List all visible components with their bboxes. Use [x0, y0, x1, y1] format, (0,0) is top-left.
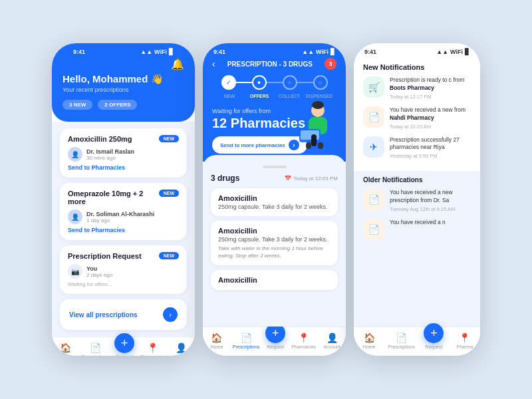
rx-time-2: 1 day ago — [86, 217, 154, 223]
notif-icon-1: 🛒 — [363, 76, 384, 98]
rx-card-2-header: Omeprazole 10mg + 2 more NEW — [68, 190, 179, 205]
bottom-nav-1: 🏠 Home 📄 Prescriptions + Request 📍 Pharm… — [52, 336, 195, 356]
status-icons-3: ▲▲ WiFi ▊ — [436, 49, 469, 55]
new-notifications-title: New Notifications — [363, 61, 471, 71]
prescriptions-icon-1: 📄 — [90, 342, 101, 353]
nav-prescriptions-1[interactable]: 📄 Prescriptions — [82, 342, 108, 356]
rx-card-2[interactable]: Omeprazole 10mg + 2 more NEW 👤 Dr. Solim… — [60, 183, 187, 240]
nav-prescriptions-label-1: Prescriptions — [82, 354, 108, 356]
nav-pharma-3[interactable]: 📍 Pharma — [453, 332, 477, 349]
rx-card-3[interactable]: Prescription Request NEW 📷 You 2 days ag… — [60, 245, 187, 294]
notif-item-old-1[interactable]: 📄 You have received a new prescription f… — [363, 189, 471, 212]
phone-main: 9:41 ▲▲ WiFi ▊ 🔔 Hello, Mohammed 👋 Your … — [52, 43, 195, 356]
back-button[interactable]: ‹ — [212, 59, 215, 69]
avatar-3: 📷 — [68, 264, 82, 279]
step-label-collect: COLLECT — [275, 94, 304, 98]
view-all-button[interactable]: View all prescriptions › — [60, 299, 187, 330]
drug-name-1: Amoxicillin — [218, 194, 331, 202]
time-3: 9:41 — [364, 49, 376, 55]
home-icon-2: 🏠 — [211, 332, 222, 343]
wifi-icon-2: WiFi — [316, 49, 329, 55]
notif-text-2: You have received a new from Nahdi Pharm… — [390, 106, 471, 122]
step-label-new: NEW — [215, 94, 244, 98]
bell-icon: 🔔 — [171, 59, 184, 70]
step-line-1 — [236, 82, 252, 83]
nav-home-1[interactable]: 🏠 Home — [54, 342, 78, 356]
signal-icon: ▲▲ — [140, 49, 152, 55]
nav-prescriptions-label-2: Prescriptions — [233, 344, 259, 349]
nav-prescriptions-3[interactable]: 📄 Prescriptions — [388, 332, 415, 349]
notif-icon-2: 📄 — [363, 106, 384, 128]
notif-time-2: Today at 10:23 AM — [390, 124, 471, 130]
drug-card-2[interactable]: Amoxicillin 250mg capsule. Take 3 daily … — [211, 221, 338, 265]
notif-time-1: Today at 12:17 PM — [390, 94, 471, 100]
nav-home-label-2: Home — [211, 344, 223, 349]
notif-text-3: Prescription successfully 27 pharmacies … — [390, 136, 471, 152]
notif-item-3[interactable]: ✈ Prescription successfully 27 pharmacie… — [363, 136, 471, 160]
notif-icon-3: ✈ — [363, 136, 384, 158]
notif-icon-old-2: 📄 — [363, 219, 384, 240]
rx-badge-3: NEW — [159, 252, 179, 259]
nav-request-2[interactable]: + Request — [263, 332, 287, 349]
phone-right: 9:41 ▲▲ WiFi ▊ New Notifications 🛒 Presc… — [354, 43, 480, 356]
battery-icon-3: ▊ — [465, 49, 469, 55]
bottom-nav-2: 🏠 Home 📄 Prescriptions + Request 📍 Pharm… — [203, 327, 346, 356]
svg-point-1 — [312, 101, 324, 109]
nav-home-3[interactable]: 🏠 Home — [357, 332, 381, 349]
status-bar-3: 9:41 ▲▲ WiFi ▊ — [354, 43, 480, 58]
nav-prescriptions-2[interactable]: 📄 Prescriptions — [233, 332, 259, 349]
nav-pharmacies-label-2: Pharmacies — [291, 344, 316, 349]
svg-rect-5 — [311, 134, 317, 146]
nav-account-1[interactable]: 👤 Account — [169, 342, 193, 356]
bell-button[interactable]: 🔔 — [63, 58, 184, 70]
notif-text-1: Prescription is ready to c from Boots Ph… — [390, 76, 471, 92]
fab-button-1[interactable]: + — [114, 333, 134, 353]
notif-content-3: Prescription successfully 27 pharmacies … — [390, 136, 471, 160]
older-notifications-title: Older Notifications — [354, 176, 480, 184]
nav-request-1[interactable]: + Request — [112, 342, 136, 356]
person-illustration — [293, 101, 339, 158]
nav-pharma-label-3: Pharma — [457, 344, 473, 349]
notif-item-old-2[interactable]: 📄 You have received a n — [363, 219, 471, 240]
fab-button-3[interactable]: + — [424, 323, 444, 343]
waiting-text-1: Waiting for offers... — [68, 281, 179, 287]
battery-icon-2: ▊ — [331, 49, 335, 55]
nav-request-label-2: Request — [267, 344, 284, 349]
notif-item-2[interactable]: 📄 You have received a new from Nahdi Pha… — [363, 106, 471, 130]
notif-item-1[interactable]: 🛒 Prescription is ready to c from Boots … — [363, 76, 471, 100]
drugs-time: 📅 Today at 12:03 PM — [285, 176, 338, 182]
rx-title-1: Amoxicillin 250mg — [68, 135, 132, 143]
rx-card-1[interactable]: Amoxicillin 250mg NEW 👤 Dr. Ismail Rasla… — [60, 128, 187, 178]
nav-request-label-3: Request — [425, 344, 442, 349]
drug-card-1[interactable]: Amoxicillin 250mg capsule. Take 3 daily … — [211, 188, 338, 216]
send-pharmacies-2[interactable]: Send to Pharmacies — [68, 227, 179, 233]
drug-name-2: Amoxicillin — [218, 227, 331, 235]
rx-card-1-header: Amoxicillin 250mg NEW — [68, 135, 179, 143]
nav-pharmacies-2[interactable]: 📍 Pharmacies — [291, 332, 316, 349]
nav-account-2[interactable]: 👤 Account — [320, 332, 344, 349]
rx-title-2: Omeprazole 10mg + 2 more — [68, 190, 159, 205]
send-pharmacies-1[interactable]: Send to Pharmacies — [68, 164, 179, 171]
time-1: 9:41 — [73, 49, 85, 55]
rx-card-3-header: Prescription Request NEW — [68, 252, 179, 260]
drug-card-3[interactable]: Amoxicillin — [211, 270, 338, 290]
rx-doctor-2: 👤 Dr. Soliman Al-Kharashi 1 day ago — [68, 209, 179, 224]
step-line-3 — [297, 82, 313, 83]
step-label-dispensed: DISPENSED — [305, 94, 334, 98]
nav-request-3[interactable]: + Request — [422, 332, 446, 349]
rx-docname-2: Dr. Soliman Al-Kharashi — [86, 211, 154, 217]
status-icons-1: ▲▲ WiFi ▊ — [140, 49, 174, 55]
notification-badge: 3 — [325, 58, 336, 70]
nav-prescriptions-label-3: Prescriptions — [388, 344, 415, 349]
account-icon-1: 👤 — [176, 342, 187, 353]
signal-icon-2: ▲▲ — [302, 49, 314, 55]
step-new: ✓ — [221, 75, 236, 90]
nav-pharmacies-1[interactable]: 📍 Pharmacies — [140, 342, 165, 356]
rx-docname-3: You — [86, 265, 112, 272]
phone2-body: 3 drugs 📅 Today at 12:03 PM Amoxicillin … — [203, 155, 346, 327]
drug-name-3: Amoxicillin — [218, 276, 331, 284]
svg-rect-7 — [318, 142, 323, 149]
nav-home-2[interactable]: 🏠 Home — [205, 332, 229, 349]
view-all-label: View all prescriptions — [69, 311, 138, 319]
notif-content-2: You have received a new from Nahdi Pharm… — [390, 106, 471, 130]
